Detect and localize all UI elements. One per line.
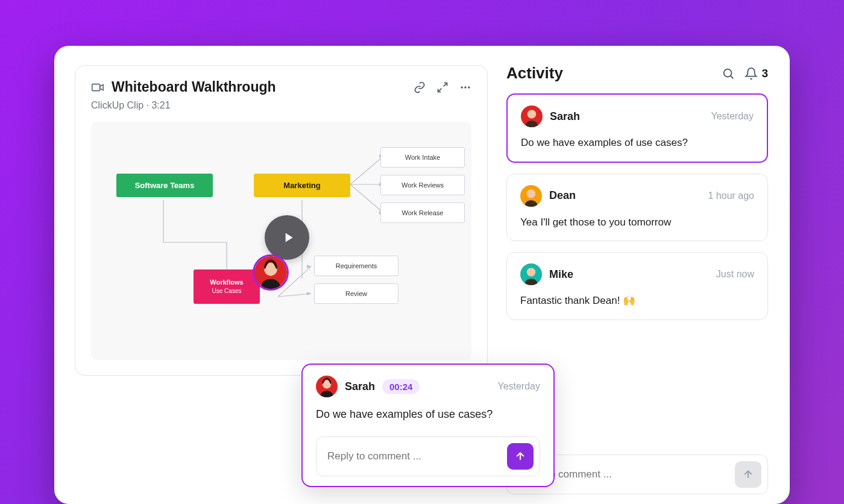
popup-reply-input[interactable] <box>327 450 501 462</box>
comment-card[interactable]: Dean 1 hour ago Yea I'll get those to yo… <box>506 174 768 242</box>
comment-popup: Sarah 00:24 Yesterday Do we have example… <box>301 364 555 487</box>
bell-icon[interactable]: 3 <box>745 67 768 80</box>
workflows-sub: Use Cases <box>198 287 255 295</box>
send-button-disabled[interactable] <box>735 461 761 488</box>
avatar <box>520 263 542 285</box>
video-icon <box>91 81 104 94</box>
popup-reply-row <box>316 436 540 476</box>
clip-title: Whiteboard Walkthrough <box>112 79 276 95</box>
diagram-node-work-release[interactable]: Work Release <box>380 203 465 223</box>
comment-text: Do we have examples of use cases? <box>521 136 754 151</box>
app-window: Whiteboard Walkthrough ClickUp Clip · 3:… <box>54 46 790 504</box>
svg-rect-0 <box>92 84 100 90</box>
diagram-node-work-intake[interactable]: Work Intake <box>380 147 465 168</box>
diagram-node-review[interactable]: Review <box>314 283 398 304</box>
svg-point-12 <box>527 189 535 198</box>
svg-point-1 <box>461 86 463 88</box>
clip-card: Whiteboard Walkthrough ClickUp Clip · 3:… <box>75 65 488 376</box>
popup-text: Do we have examples of use cases? <box>316 407 540 422</box>
diagram-node-software-teams[interactable]: Software Teams <box>116 174 213 197</box>
popup-author: Sarah <box>345 380 375 393</box>
diagram-node-work-reviews[interactable]: Work Reviews <box>380 175 465 195</box>
timestamp-badge[interactable]: 00:24 <box>382 379 420 394</box>
workflows-title: Workflows <box>210 279 243 286</box>
presenter-cursor-avatar <box>253 254 289 291</box>
avatar <box>316 376 338 397</box>
activity-header: Activity 3 <box>506 64 768 83</box>
send-button[interactable] <box>507 443 534 470</box>
svg-point-8 <box>724 69 732 77</box>
play-button[interactable] <box>265 215 309 260</box>
comment-text: Yea I'll get those to you tomorrow <box>520 215 754 230</box>
svg-point-14 <box>527 268 535 276</box>
popup-header: Sarah 00:24 Yesterday <box>316 376 540 397</box>
diagram-canvas[interactable]: Software Teams Marketing Workflows Use C… <box>91 122 471 360</box>
comment-author: Dean <box>549 189 576 202</box>
comments-list: Sarah Yesterday Do we have examples of u… <box>506 83 768 320</box>
svg-point-3 <box>468 86 470 88</box>
comment-time: 1 hour ago <box>708 191 754 201</box>
expand-icon[interactable] <box>436 81 449 93</box>
avatar <box>520 185 542 207</box>
comment-card[interactable]: Mike Just now Fantastic thank Dean! 🙌 <box>506 252 768 320</box>
comment-header: Sarah Yesterday <box>521 106 754 127</box>
comment-author: Mike <box>549 268 573 281</box>
comment-author: Sarah <box>550 110 580 123</box>
diagram-node-workflows[interactable]: Workflows Use Cases <box>194 269 260 304</box>
comment-card[interactable]: Sarah Yesterday Do we have examples of u… <box>506 93 768 163</box>
avatar <box>521 106 543 127</box>
comment-header: Mike Just now <box>520 263 754 285</box>
svg-point-2 <box>464 86 466 88</box>
activity-title: Activity <box>506 64 563 83</box>
comment-text: Fantastic thank Dean! 🙌 <box>520 294 754 309</box>
popup-time: Yesterday <box>497 381 540 392</box>
notification-count: 3 <box>761 67 768 80</box>
link-icon[interactable] <box>414 81 426 93</box>
svg-point-10 <box>528 110 536 118</box>
diagram-node-requirements[interactable]: Requirements <box>314 256 398 276</box>
clip-pane: Whiteboard Walkthrough ClickUp Clip · 3:… <box>54 46 494 504</box>
comment-time: Just now <box>716 269 754 280</box>
comment-header: Dean 1 hour ago <box>520 185 754 207</box>
comment-time: Yesterday <box>711 111 754 122</box>
clip-subtitle: ClickUp Clip · 3:21 <box>91 100 471 111</box>
more-icon[interactable] <box>459 81 471 93</box>
diagram-node-marketing[interactable]: Marketing <box>254 174 350 197</box>
search-icon[interactable] <box>722 67 735 80</box>
clip-header: Whiteboard Walkthrough <box>91 79 471 95</box>
